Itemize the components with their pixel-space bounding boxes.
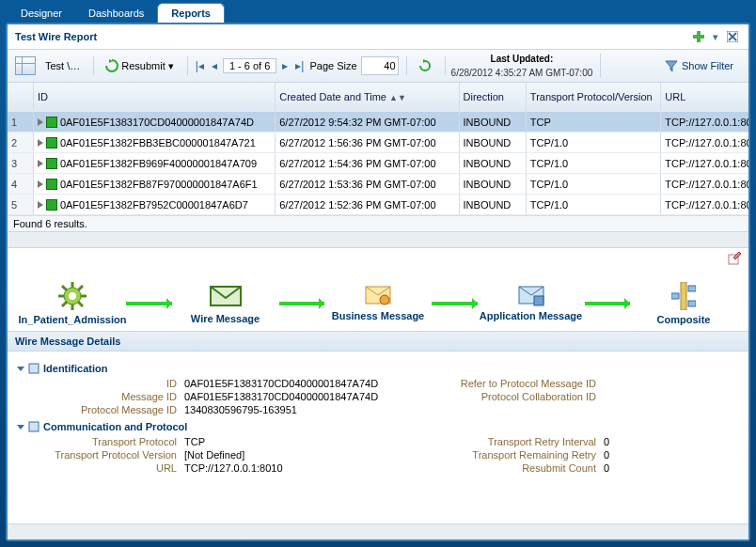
collapse-icon[interactable] — [17, 367, 24, 371]
cell-direction: INBOUND — [459, 174, 526, 195]
transport-protocol-key: Transport Protocol — [17, 436, 177, 447]
horizontal-scrollbar[interactable] — [8, 231, 748, 247]
identification-header: Identification — [43, 363, 107, 374]
communication-header: Communication and Protocol — [43, 421, 187, 432]
col-id[interactable]: ID — [33, 83, 275, 112]
prev-page-icon[interactable]: ◂ — [210, 59, 219, 72]
flow-node-composite[interactable]: Composite — [657, 314, 711, 325]
cell-id: 0AF01E5F1382FB969F40000001847A709 — [33, 153, 275, 174]
svg-line-15 — [62, 302, 67, 306]
tab-reports[interactable]: Reports — [157, 3, 225, 23]
col-transport[interactable]: Transport Protocol/Version — [526, 83, 660, 112]
chevron-down-icon: ▾ — [168, 60, 174, 72]
expand-row-icon[interactable] — [38, 118, 43, 126]
table-row[interactable]: 50AF01E5F1382FB7952C00001847A6D76/27/201… — [8, 195, 748, 215]
refer-pmid-value — [604, 378, 660, 389]
table-row[interactable]: 10AF01E5F1383170CD04000001847A74D6/27/20… — [8, 112, 748, 133]
message-id-value: 0AF01E5F1383170CD04000001847A74D — [184, 391, 429, 402]
chevron-down-icon[interactable]: ▾ — [713, 31, 718, 43]
svg-line-12 — [62, 286, 67, 290]
add-icon[interactable] — [690, 28, 707, 45]
table-row[interactable]: 40AF01E5F1382FB87F970000001847A6F16/27/2… — [8, 174, 748, 195]
protocol-collab-id-value — [604, 391, 660, 402]
panel-title: Test Wire Report — [15, 31, 97, 42]
arrow-icon — [585, 302, 631, 305]
funnel-icon — [665, 59, 678, 72]
transport-remaining-retry-key: Transport Remaining Retry — [436, 449, 596, 461]
cell-created: 6/27/2012 1:56:36 PM GMT-07:00 — [276, 133, 459, 153]
status-icon — [46, 117, 57, 128]
found-results-label: Found 6 results. — [8, 215, 748, 231]
cell-url: TCP://127.0.0.1:8010 — [661, 112, 748, 133]
flow-node-application-message[interactable]: Application Message — [480, 310, 582, 321]
gear-icon — [58, 282, 87, 310]
cell-created: 6/27/2012 1:52:36 PM GMT-07:00 — [276, 195, 459, 215]
url-value: TCP://127.0.0.1:8010 — [184, 462, 429, 474]
row-number: 3 — [8, 153, 33, 174]
collapse-icon[interactable] — [17, 425, 24, 430]
status-icon — [46, 199, 57, 211]
refresh-icon — [418, 59, 432, 72]
tab-designer[interactable]: Designer — [8, 4, 75, 23]
url-key: URL — [17, 462, 177, 474]
resubmit-button[interactable]: Resubmit ▾ — [100, 56, 179, 75]
page-size-input[interactable] — [361, 56, 399, 75]
cell-id: 0AF01E5F1382FBB3EBC000001847A721 — [33, 133, 275, 153]
last-page-icon[interactable]: ▸| — [293, 59, 306, 72]
svg-rect-23 — [688, 301, 696, 306]
transport-remaining-retry-value: 0 — [604, 449, 660, 461]
doc-icon — [28, 421, 39, 432]
expand-row-icon[interactable] — [38, 160, 43, 167]
refer-pmid-key: Refer to Protocol Message ID — [436, 378, 596, 389]
resubmit-label: Resubmit — [121, 60, 165, 71]
col-created[interactable]: Created Date and Time ▲▼ — [276, 83, 459, 112]
next-page-icon[interactable]: ▸ — [280, 59, 290, 72]
resubmit-count-value: 0 — [604, 462, 660, 474]
resubmit-icon — [105, 59, 118, 72]
table-row[interactable]: 30AF01E5F1382FB969F40000001847A7096/27/2… — [8, 153, 748, 174]
row-number: 5 — [8, 195, 33, 215]
arrow-icon — [432, 302, 478, 305]
col-url[interactable]: URL — [661, 83, 748, 112]
status-icon — [46, 158, 57, 169]
id-key: ID — [17, 378, 177, 389]
svg-line-14 — [78, 286, 83, 290]
row-number: 4 — [8, 174, 33, 195]
grid-view-icon[interactable] — [15, 56, 36, 75]
tab-dashboards[interactable]: Dashboards — [75, 4, 157, 23]
svg-point-18 — [380, 295, 389, 305]
protocol-message-id-key: Protocol Message ID — [17, 404, 177, 415]
expand-row-icon[interactable] — [38, 180, 43, 188]
col-rownum[interactable] — [8, 83, 33, 112]
envelope-icon — [209, 283, 243, 309]
first-page-icon[interactable]: |◂ — [194, 59, 206, 72]
envelope-gear-icon — [365, 286, 391, 306]
table-row[interactable]: 20AF01E5F1382FBB3EBC000001847A7216/27/20… — [8, 133, 748, 153]
horizontal-scrollbar[interactable] — [8, 524, 748, 539]
cell-id: 0AF01E5F1382FB7952C00001847A6D7 — [33, 195, 275, 215]
transport-protocol-value: TCP — [184, 436, 429, 447]
show-filter-link[interactable]: Show Filter — [665, 59, 733, 72]
cell-transport: TCP/1.0 — [526, 133, 660, 153]
flow-node-business-message[interactable]: Business Message — [332, 310, 424, 321]
details-section-title: Wire Message Details — [8, 331, 748, 352]
svg-rect-24 — [671, 293, 679, 299]
status-icon — [46, 179, 57, 190]
page-size-label: Page Size — [309, 60, 356, 71]
refresh-button[interactable] — [413, 56, 437, 75]
close-panel-icon[interactable] — [724, 28, 741, 45]
flow-node-endpoint[interactable]: In_Patient_Admission — [19, 314, 127, 325]
edit-report-icon[interactable] — [726, 250, 743, 267]
transport-retry-interval-key: Transport Retry Interval — [436, 436, 596, 447]
test-dropdown[interactable]: Test \… — [39, 57, 86, 74]
flow-node-wire-message[interactable]: Wire Message — [191, 313, 260, 324]
cell-url: TCP://127.0.0.1:8010 — [661, 153, 748, 174]
last-updated-value: 6/28/2012 4:35:27 AM GMT-07:00 — [451, 68, 593, 78]
cell-created: 6/27/2012 1:54:36 PM GMT-07:00 — [276, 153, 459, 174]
cell-direction: INBOUND — [459, 112, 526, 133]
expand-row-icon[interactable] — [38, 201, 43, 209]
col-direction[interactable]: Direction — [459, 83, 526, 112]
row-number: 2 — [8, 133, 33, 153]
expand-row-icon[interactable] — [38, 139, 43, 147]
id-value: 0AF01E5F1383170CD04000001847A74D — [184, 378, 429, 389]
